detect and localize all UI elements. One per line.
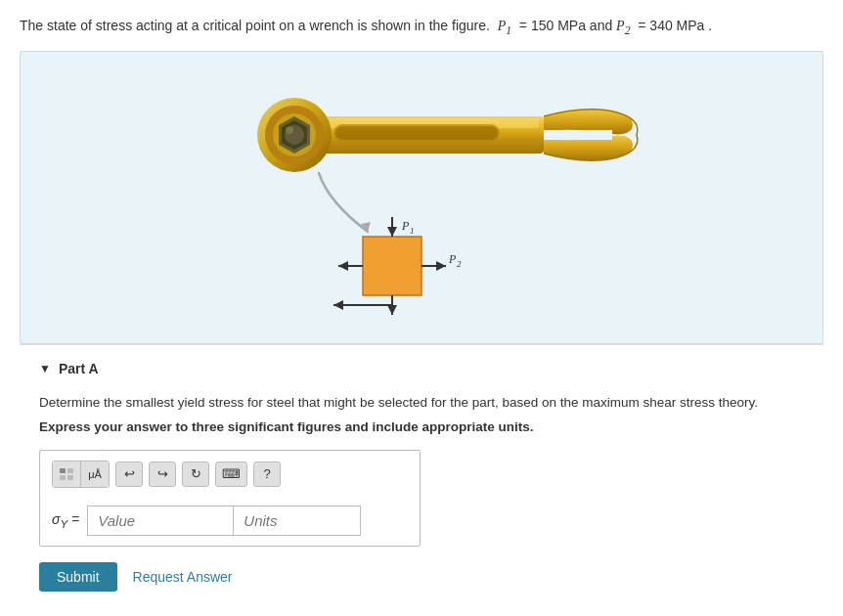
p2-diagram-label: P xyxy=(448,252,457,266)
undo-icon: ↩ xyxy=(124,466,135,481)
wrench-open-end xyxy=(544,110,638,160)
svg-marker-13 xyxy=(436,261,446,271)
p1-diagram-label: P xyxy=(401,219,410,233)
matrix-button-group: μÅ xyxy=(52,461,110,488)
curve-arrow xyxy=(319,173,368,232)
units-input[interactable] xyxy=(234,506,361,536)
p1-variable: P1 xyxy=(498,19,511,33)
keyboard-button[interactable]: ⌨ xyxy=(215,462,247,487)
undo-button[interactable]: ↩ xyxy=(115,462,143,487)
wrench-figure: P 1 P 2 xyxy=(177,75,666,320)
redo-button[interactable]: ↪ xyxy=(149,462,176,487)
value-input[interactable] xyxy=(87,506,234,536)
problem-statement: The state of stress acting at a critical… xyxy=(20,16,823,39)
font-button[interactable]: μÅ xyxy=(81,462,109,487)
collapse-arrow[interactable]: ▼ xyxy=(39,362,51,375)
svg-rect-19 xyxy=(67,475,73,480)
actions-row: Submit Request Answer xyxy=(39,562,804,592)
keyboard-icon: ⌨ xyxy=(222,466,241,481)
p2-subscript-label: 2 xyxy=(457,259,462,269)
stress-element xyxy=(363,237,422,295)
redo-icon: ↪ xyxy=(157,466,168,481)
help-icon: ? xyxy=(263,466,270,481)
toolbar: μÅ ↩ ↪ ↻ ⌨ xyxy=(52,461,408,496)
answer-box: μÅ ↩ ↪ ↻ ⌨ xyxy=(39,450,421,547)
matrix-button[interactable] xyxy=(53,462,81,487)
help-button[interactable]: ? xyxy=(253,462,281,487)
part-a-instruction: Express your answer to three significant… xyxy=(39,419,804,434)
svg-rect-2 xyxy=(335,126,498,140)
figure-area: P 1 P 2 xyxy=(20,51,823,344)
main-container: The state of stress acting at a critical… xyxy=(0,0,843,616)
request-answer-link[interactable]: Request Answer xyxy=(133,569,233,585)
part-a-section: ▼ Part A Determine the smallest yield st… xyxy=(20,345,823,607)
p1-subscript-label: 1 xyxy=(410,226,415,236)
svg-marker-14 xyxy=(338,261,348,271)
input-row: σY = xyxy=(52,506,408,536)
part-a-description: Determine the smallest yield stress for … xyxy=(39,392,804,414)
svg-rect-18 xyxy=(60,475,66,480)
svg-rect-17 xyxy=(67,468,73,473)
refresh-button[interactable]: ↻ xyxy=(182,462,209,487)
sigma-label: σY = xyxy=(52,511,79,530)
svg-marker-15 xyxy=(333,300,343,310)
refresh-icon: ↻ xyxy=(191,466,201,481)
part-a-title: Part A xyxy=(59,361,99,376)
svg-marker-11 xyxy=(387,227,397,237)
font-icon: μÅ xyxy=(88,468,102,480)
matrix-icon xyxy=(59,467,74,481)
svg-point-8 xyxy=(286,126,293,134)
svg-rect-16 xyxy=(60,468,66,473)
part-a-header: ▼ Part A xyxy=(39,361,804,376)
svg-marker-12 xyxy=(387,305,397,315)
submit-button[interactable]: Submit xyxy=(39,562,117,592)
p2-variable: P2 xyxy=(616,19,630,33)
svg-rect-9 xyxy=(558,130,612,140)
